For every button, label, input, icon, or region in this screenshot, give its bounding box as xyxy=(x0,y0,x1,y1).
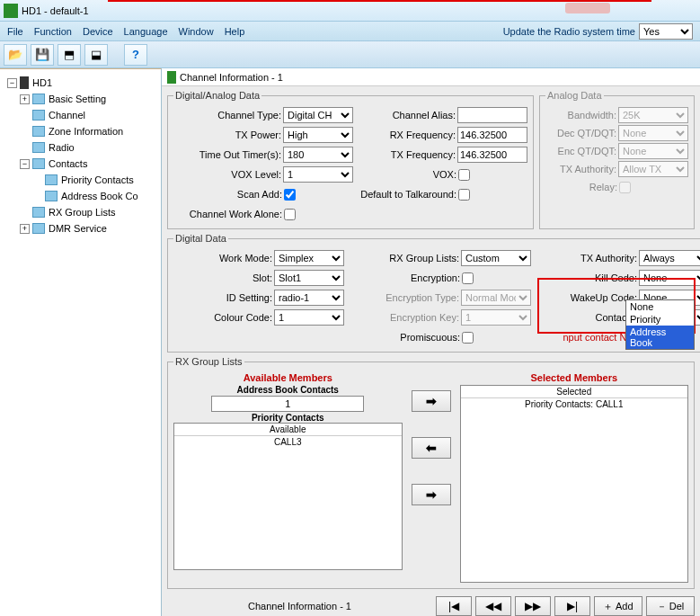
read-device-button[interactable]: ⬒ xyxy=(58,44,81,66)
available-members-title: Available Members xyxy=(173,372,403,383)
tree-radio[interactable]: Radio xyxy=(4,139,157,156)
folder-icon xyxy=(32,207,45,218)
dec-qt-select: None xyxy=(618,125,688,141)
legend: Analog Data xyxy=(545,90,604,101)
remove-arrow-button[interactable]: ⬅ xyxy=(412,437,451,459)
menu-help[interactable]: Help xyxy=(225,26,245,37)
main: − HD1 + Basic Setting Channel Zone Infor… xyxy=(0,68,700,616)
tree-address-book[interactable]: Address Book Co xyxy=(4,188,157,204)
legend: Digital/Analog Data xyxy=(173,90,261,101)
tree-zone-info[interactable]: Zone Information xyxy=(4,123,157,139)
list-item[interactable]: Priority Contacts: CALL1 xyxy=(461,398,688,410)
folder-icon xyxy=(32,94,45,104)
rx-group-fieldset: RX Group Lists Available Members Address… xyxy=(167,356,695,589)
menu-device[interactable]: Device xyxy=(83,26,113,37)
folder-icon xyxy=(32,142,45,153)
nav-status: Channel Information - 1 xyxy=(167,601,432,612)
nav-last-button[interactable]: ▶| xyxy=(554,596,590,616)
available-listbox[interactable]: Available CALL3 xyxy=(173,423,403,570)
work-mode-select[interactable]: Simplex xyxy=(274,250,344,266)
analog-fieldset: Analog Data Bandwidth:25K Dec QT/DQT:Non… xyxy=(539,90,695,229)
add2-arrow-button[interactable]: ➡ xyxy=(412,484,451,505)
expand-icon[interactable]: + xyxy=(20,224,30,234)
contacts-dropdown-open[interactable]: None Priority Address Book xyxy=(625,299,695,350)
work-alone-checkbox[interactable] xyxy=(284,209,296,220)
open-button[interactable]: 📂 xyxy=(4,44,27,66)
titlebar: HD1 - default-1 xyxy=(0,0,700,22)
selected-members-title: Selected Members xyxy=(460,372,689,383)
rx-freq-input[interactable] xyxy=(457,127,527,143)
save-button[interactable]: 💾 xyxy=(31,44,54,66)
collapse-icon[interactable]: − xyxy=(7,78,17,88)
tree-rx-group-lists[interactable]: RX Group Lists xyxy=(4,204,157,220)
tree-root[interactable]: − HD1 xyxy=(4,75,157,91)
dropdown-option-none[interactable]: None xyxy=(626,300,694,313)
menu-file[interactable]: File xyxy=(7,26,23,37)
enc-qt-select: None xyxy=(618,143,688,159)
expand-icon[interactable]: + xyxy=(20,94,30,104)
collapse-icon[interactable]: − xyxy=(20,159,30,169)
tree-channel[interactable]: Channel xyxy=(4,107,157,123)
timeout-select[interactable]: 180 xyxy=(283,147,353,163)
menu-function[interactable]: Function xyxy=(34,26,72,37)
folder-icon xyxy=(32,126,45,137)
update-time-select[interactable]: Yes xyxy=(639,23,693,40)
dropdown-option-priority[interactable]: Priority xyxy=(626,313,694,326)
write-device-button[interactable]: ⬓ xyxy=(84,44,108,66)
folder-icon xyxy=(32,158,45,169)
menu-language[interactable]: Language xyxy=(124,26,168,37)
legend: RX Group Lists xyxy=(173,356,244,367)
nav-next-button[interactable]: ▶▶ xyxy=(515,596,551,616)
digital-analog-fieldset: Digital/Analog Data Channel Type:Digital… xyxy=(167,90,534,229)
digital-txauth-select[interactable]: Always xyxy=(639,250,700,266)
tx-power-select[interactable]: High xyxy=(283,127,353,143)
scan-add-checkbox[interactable] xyxy=(284,189,296,201)
tree-contacts[interactable]: − Contacts xyxy=(4,156,157,172)
vox-level-select[interactable]: 1 xyxy=(283,166,353,183)
list-item[interactable]: CALL3 xyxy=(174,436,402,448)
decor-line xyxy=(544,0,651,2)
radio-icon xyxy=(20,76,29,89)
nav-prev-button[interactable]: ◀◀ xyxy=(475,596,511,616)
encryption-checkbox[interactable] xyxy=(462,272,474,284)
window-title: HD1 - default-1 xyxy=(22,5,89,16)
channel-alias-input[interactable] xyxy=(457,107,527,123)
menu-window[interactable]: Window xyxy=(179,26,214,37)
folder-icon xyxy=(45,174,58,185)
tree-priority-contacts[interactable]: Priority Contacts xyxy=(4,172,157,188)
tree-dmr-service[interactable]: + DMR Service xyxy=(4,220,157,237)
toolbar: 📂 💾 ⬒ ⬓ ? xyxy=(0,41,700,68)
dropdown-option-address-book[interactable]: Address Book xyxy=(626,326,694,349)
colour-code-select[interactable]: 1 xyxy=(274,309,344,326)
address-book-input[interactable] xyxy=(211,396,364,412)
app-icon xyxy=(4,4,18,18)
decor-blob xyxy=(565,3,610,13)
menubar: File Function Device Language Window Hel… xyxy=(0,22,700,41)
tree-basic-setting[interactable]: + Basic Setting xyxy=(4,91,157,107)
tx-freq-input[interactable] xyxy=(457,147,527,163)
address-book-label: Address Book Contacts xyxy=(173,385,403,395)
radio-icon xyxy=(167,71,176,84)
channel-type-select[interactable]: Digital CH xyxy=(283,107,353,123)
id-setting-select[interactable]: radio-1 xyxy=(274,290,344,306)
content-title: Channel Information - 1 xyxy=(162,68,700,86)
navbar: Channel Information - 1 |◀ ◀◀ ▶▶ ▶| ＋ Ad… xyxy=(167,593,695,616)
relay-checkbox xyxy=(619,182,631,193)
digital-fieldset: Digital Data Work Mode:Simplex RX Group … xyxy=(167,233,700,353)
enc-type-select: Normal Mod xyxy=(461,290,531,306)
nav-first-button[interactable]: |◀ xyxy=(436,596,472,616)
slot-select[interactable]: Slot1 xyxy=(274,270,344,286)
selected-listbox[interactable]: Selected Priority Contacts: CALL1 xyxy=(460,385,689,583)
rx-group-select[interactable]: Custom xyxy=(461,250,531,266)
update-time-label: Update the Radio system time xyxy=(503,26,635,37)
nav-add-button[interactable]: ＋ Add xyxy=(594,596,642,616)
kill-code-select[interactable]: None xyxy=(639,270,700,286)
vox-checkbox[interactable] xyxy=(458,169,470,181)
bandwidth-select: 25K xyxy=(618,107,688,123)
add-arrow-button[interactable]: ➡ xyxy=(412,390,451,412)
nav-del-button[interactable]: － Del xyxy=(646,596,695,616)
help-button[interactable]: ? xyxy=(124,44,147,66)
enc-key-select: 1 xyxy=(461,309,531,326)
promiscuous-checkbox[interactable] xyxy=(462,332,474,344)
talkaround-checkbox[interactable] xyxy=(458,189,470,201)
